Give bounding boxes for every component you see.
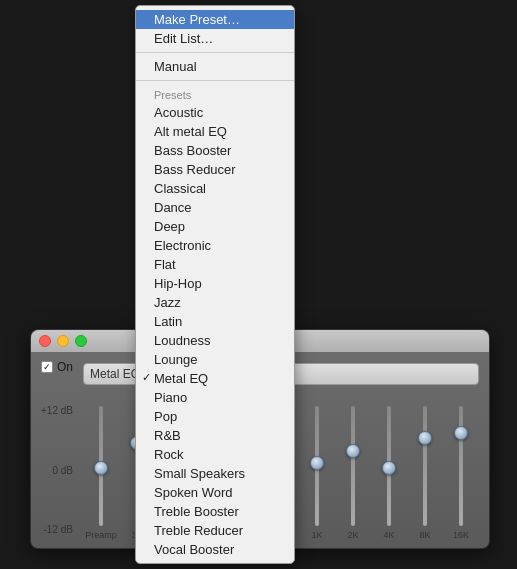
- db-label-bot: -12 dB: [41, 524, 73, 535]
- slider-track-preamp[interactable]: [99, 406, 103, 526]
- menu-item-loudness[interactable]: Loudness: [136, 331, 294, 350]
- slider-track-16k[interactable]: [459, 406, 463, 526]
- eq-col-16k: 16K: [443, 406, 479, 540]
- menu-item-hip-hop[interactable]: Hip-Hop: [136, 274, 294, 293]
- freq-label-preamp: Preamp: [85, 530, 117, 540]
- menu-item-treble-reducer[interactable]: Treble Reducer: [136, 521, 294, 540]
- close-button[interactable]: [39, 335, 51, 347]
- freq-label-4k: 4K: [384, 530, 395, 540]
- menu-item-bass-reducer[interactable]: Bass Reducer: [136, 160, 294, 179]
- menu-divider-2: [136, 80, 294, 81]
- eq-on-checkbox[interactable]: ✓: [41, 361, 53, 373]
- menu-item-acoustic[interactable]: Acoustic: [136, 103, 294, 122]
- menu-item-deep[interactable]: Deep: [136, 217, 294, 236]
- slider-thumb-8k[interactable]: [418, 431, 432, 445]
- eq-col-4k: 4K: [371, 406, 407, 540]
- freq-label-1k: 1K: [312, 530, 323, 540]
- minimize-button[interactable]: [57, 335, 69, 347]
- dropdown-menu: Make Preset… Edit List… Manual Presets A…: [135, 5, 295, 564]
- eq-on-section: ✓ On +12 dB 0 dB -12 dB: [41, 360, 73, 540]
- slider-track-4k[interactable]: [387, 406, 391, 526]
- db-label-top: +12 dB: [41, 405, 73, 416]
- slider-track-2k[interactable]: [351, 406, 355, 526]
- menu-section-presets-label: Presets: [136, 85, 294, 103]
- slider-track-8k[interactable]: [423, 406, 427, 526]
- menu-item-spoken-word[interactable]: Spoken Word: [136, 483, 294, 502]
- eq-preset-name: Metal EQ: [90, 367, 140, 381]
- menu-item-rock[interactable]: Rock: [136, 445, 294, 464]
- slider-thumb-1k[interactable]: [310, 456, 324, 470]
- menu-item-jazz[interactable]: Jazz: [136, 293, 294, 312]
- eq-db-labels: +12 dB 0 dB -12 dB: [41, 405, 73, 535]
- menu-item-pop[interactable]: Pop: [136, 407, 294, 426]
- menu-item-flat[interactable]: Flat: [136, 255, 294, 274]
- eq-col-8k: 8K: [407, 406, 443, 540]
- slider-thumb-2k[interactable]: [346, 444, 360, 458]
- slider-track-1k[interactable]: [315, 406, 319, 526]
- menu-item-metal-eq[interactable]: Metal EQ: [136, 369, 294, 388]
- eq-col-2k: 2K: [335, 406, 371, 540]
- menu-item-alt-metal-eq[interactable]: Alt metal EQ: [136, 122, 294, 141]
- menu-item-manual[interactable]: Manual: [136, 57, 294, 76]
- menu-item-edit-list[interactable]: Edit List…: [136, 29, 294, 48]
- slider-thumb-preamp[interactable]: [94, 461, 108, 475]
- slider-thumb-16k[interactable]: [454, 426, 468, 440]
- freq-label-8k: 8K: [420, 530, 431, 540]
- menu-item-dance[interactable]: Dance: [136, 198, 294, 217]
- menu-item-classical[interactable]: Classical: [136, 179, 294, 198]
- freq-label-16k: 16K: [453, 530, 469, 540]
- zoom-button[interactable]: [75, 335, 87, 347]
- db-label-mid: 0 dB: [41, 465, 73, 476]
- menu-item-rnb[interactable]: R&B: [136, 426, 294, 445]
- menu-item-treble-booster[interactable]: Treble Booster: [136, 502, 294, 521]
- eq-on-label: On: [57, 360, 73, 374]
- freq-label-2k: 2K: [348, 530, 359, 540]
- eq-col-preamp: Preamp: [83, 406, 119, 540]
- menu-item-piano[interactable]: Piano: [136, 388, 294, 407]
- menu-divider-1: [136, 52, 294, 53]
- menu-item-make-preset[interactable]: Make Preset…: [136, 10, 294, 29]
- menu-item-latin[interactable]: Latin: [136, 312, 294, 331]
- menu-item-vocal-booster[interactable]: Vocal Booster: [136, 540, 294, 559]
- slider-thumb-4k[interactable]: [382, 461, 396, 475]
- menu-item-bass-booster[interactable]: Bass Booster: [136, 141, 294, 160]
- eq-col-1k: 1K: [299, 406, 335, 540]
- eq-on-checkbox-label[interactable]: ✓ On: [41, 360, 73, 374]
- menu-item-electronic[interactable]: Electronic: [136, 236, 294, 255]
- menu-item-lounge[interactable]: Lounge: [136, 350, 294, 369]
- menu-item-small-speakers[interactable]: Small Speakers: [136, 464, 294, 483]
